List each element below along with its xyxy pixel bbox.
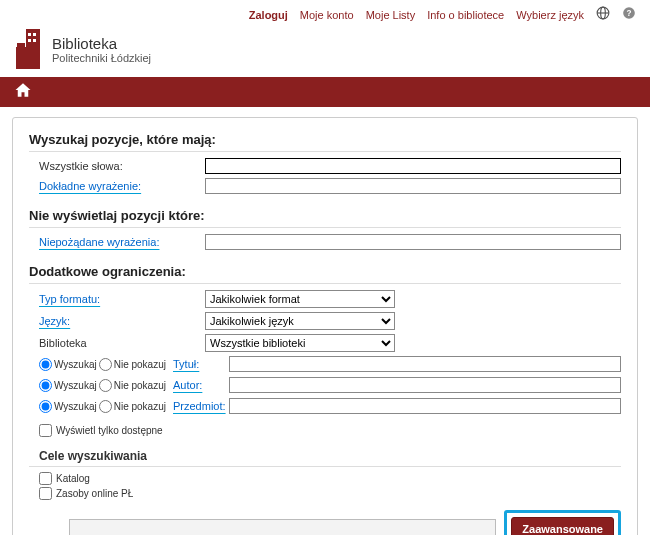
unwanted-input[interactable] bbox=[205, 234, 621, 250]
brand-line1: Biblioteka bbox=[52, 35, 151, 52]
brand-logo-icon bbox=[14, 27, 44, 71]
svg-rect-7 bbox=[33, 33, 36, 36]
top-nav: Zaloguj Moje konto Moje Listy Info o bib… bbox=[0, 0, 650, 27]
help-icon[interactable]: ? bbox=[622, 6, 636, 23]
target-online-checkbox[interactable] bbox=[39, 487, 52, 500]
svg-rect-6 bbox=[28, 33, 31, 36]
exact-phrase-input[interactable] bbox=[205, 178, 621, 194]
author-row: Wyszukaj Nie pokazuj Autor: bbox=[29, 377, 621, 393]
title-input[interactable] bbox=[229, 356, 621, 372]
bottom-search-row: Zaawansowane bbox=[29, 510, 621, 535]
target-catalog-checkbox[interactable] bbox=[39, 472, 52, 485]
section-limits: Dodatkowe ograniczenia: Typ formatu: Jak… bbox=[29, 264, 621, 535]
subject-hide-radio[interactable] bbox=[99, 400, 112, 413]
svg-text:?: ? bbox=[627, 9, 632, 18]
main-nav-bar bbox=[0, 77, 650, 107]
home-icon[interactable] bbox=[14, 81, 32, 103]
title-row: Wyszukaj Nie pokazuj Tytuł: bbox=[29, 356, 621, 372]
section-have: Wyszukaj pozycje, które mają: Wszystkie … bbox=[29, 132, 621, 194]
subject-row: Wyszukaj Nie pokazuj Przedmiot: bbox=[29, 398, 621, 414]
subject-label[interactable]: Przedmiot: bbox=[173, 400, 225, 412]
advanced-search-panel: Wyszukaj pozycje, które mają: Wszystkie … bbox=[12, 117, 638, 535]
section-nothave: Nie wyświetlaj pozycji które: Niepożądan… bbox=[29, 208, 621, 250]
exact-phrase-label[interactable]: Dokładne wyrażenie: bbox=[29, 180, 199, 192]
library-label: Biblioteka bbox=[29, 337, 199, 349]
title-show-radio[interactable] bbox=[39, 358, 52, 371]
target-online-label: Zasoby online PŁ bbox=[56, 488, 133, 499]
library-select[interactable]: Wszystkie biblioteki bbox=[205, 334, 395, 352]
lang-label[interactable]: Język: bbox=[29, 315, 199, 327]
lang-link[interactable]: Wybierz język bbox=[516, 9, 584, 21]
bottom-search-input[interactable] bbox=[69, 519, 496, 535]
svg-rect-10 bbox=[16, 47, 26, 69]
brand: Biblioteka Politechniki Łódzkiej bbox=[0, 27, 650, 77]
account-link[interactable]: Moje konto bbox=[300, 9, 354, 21]
globe-icon[interactable] bbox=[596, 6, 610, 23]
advanced-highlight: Zaawansowane bbox=[504, 510, 621, 535]
login-link[interactable]: Zaloguj bbox=[249, 9, 288, 21]
section-limits-head: Dodatkowe ograniczenia: bbox=[29, 264, 621, 284]
available-only-label: Wyświetl tylko dostępne bbox=[56, 425, 163, 436]
brand-text: Biblioteka Politechniki Łódzkiej bbox=[52, 35, 151, 64]
section-have-head: Wyszukaj pozycje, które mają: bbox=[29, 132, 621, 152]
brand-line2: Politechniki Łódzkiej bbox=[52, 52, 151, 64]
format-select[interactable]: Jakikolwiek format bbox=[205, 290, 395, 308]
subject-show-radio[interactable] bbox=[39, 400, 52, 413]
targets-head: Cele wyszukiwania bbox=[29, 449, 621, 467]
unwanted-label[interactable]: Niepożądane wyrażenia: bbox=[29, 236, 199, 248]
title-label[interactable]: Tytuł: bbox=[173, 358, 225, 370]
available-only-checkbox[interactable] bbox=[39, 424, 52, 437]
advanced-button[interactable]: Zaawansowane bbox=[511, 517, 614, 535]
author-hide-radio[interactable] bbox=[99, 379, 112, 392]
author-show-radio[interactable] bbox=[39, 379, 52, 392]
lang-select[interactable]: Jakikolwiek język bbox=[205, 312, 395, 330]
subject-input[interactable] bbox=[229, 398, 621, 414]
svg-rect-9 bbox=[33, 39, 36, 42]
svg-rect-8 bbox=[28, 39, 31, 42]
available-only-row: Wyświetl tylko dostępne bbox=[29, 424, 621, 437]
author-label[interactable]: Autor: bbox=[173, 379, 225, 391]
target-catalog-label: Katalog bbox=[56, 473, 90, 484]
lists-link[interactable]: Moje Listy bbox=[366, 9, 416, 21]
search-targets: Cele wyszukiwania Katalog Zasoby online … bbox=[29, 449, 621, 500]
author-input[interactable] bbox=[229, 377, 621, 393]
info-link[interactable]: Info o bibliotece bbox=[427, 9, 504, 21]
title-hide-radio[interactable] bbox=[99, 358, 112, 371]
all-words-input[interactable] bbox=[205, 158, 621, 174]
svg-rect-11 bbox=[17, 43, 25, 47]
section-nothave-head: Nie wyświetlaj pozycji które: bbox=[29, 208, 621, 228]
all-words-label: Wszystkie słowa: bbox=[29, 160, 199, 172]
format-label[interactable]: Typ formatu: bbox=[29, 293, 199, 305]
